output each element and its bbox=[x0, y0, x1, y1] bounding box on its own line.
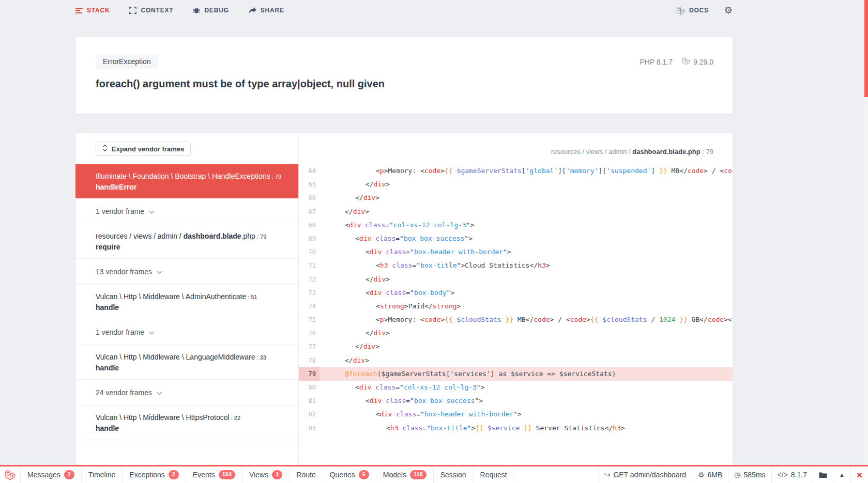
debugbar-tab-views[interactable]: Views1 bbox=[242, 466, 290, 483]
line-code: <strong>Paid</strong> bbox=[319, 300, 733, 313]
settings-gear-icon[interactable]: ⚙ bbox=[724, 6, 733, 15]
status-text: GET admin/dashboard bbox=[613, 471, 686, 479]
line-number: 64 bbox=[299, 164, 319, 178]
debugbar-tab-timeline[interactable]: Timeline bbox=[82, 466, 123, 483]
status-code: </>8.1.7 bbox=[771, 466, 813, 483]
laravel-version-icon bbox=[682, 57, 690, 67]
line-code: </div> bbox=[319, 178, 733, 191]
count-badge: 6 bbox=[359, 470, 369, 479]
line-code: </div> bbox=[319, 354, 733, 367]
tab-debug-label: DEBUG bbox=[204, 7, 229, 14]
debugbar-tab-events[interactable]: Events154 bbox=[186, 466, 242, 483]
chevron-down-icon bbox=[149, 328, 155, 336]
stack-frame[interactable]: Vulcan \ Http \ Middleware \ AdminAuthen… bbox=[75, 285, 298, 319]
line-number: 67 bbox=[299, 205, 319, 219]
tab-context[interactable]: CONTEXT bbox=[129, 7, 173, 14]
line-code: <div class="box-body"> bbox=[319, 286, 733, 300]
docs-link[interactable]: DOCS bbox=[676, 6, 709, 15]
frame-method: handleError bbox=[96, 183, 289, 191]
line-code: <h3 class="box-title">{{ $service }} Ser… bbox=[319, 422, 733, 435]
line-number: 65 bbox=[299, 178, 319, 191]
status-memory: ⚙6MB bbox=[692, 466, 728, 483]
vendor-frames-toggle[interactable]: 13 vendor frames bbox=[75, 259, 298, 285]
memory-icon: ⚙ bbox=[698, 471, 705, 479]
laravel-version: 9.29.0 bbox=[693, 58, 713, 66]
expand-vendor-frames-button[interactable]: Expand vendor frames bbox=[96, 142, 191, 156]
folder-icon[interactable] bbox=[813, 466, 833, 483]
page-scrollbar[interactable] bbox=[864, 0, 868, 483]
stack-frame[interactable]: Vulcan \ Http \ Middleware \ LanguageMid… bbox=[75, 345, 298, 380]
code-viewer[interactable]: resources / views / admin / dashboard.bl… bbox=[299, 133, 733, 483]
line-number: 81 bbox=[299, 394, 319, 408]
debugbar-tab-label: Session bbox=[440, 471, 466, 479]
debugbar-tab-session[interactable]: Session bbox=[434, 466, 474, 483]
code-line: 65</div> bbox=[299, 178, 733, 191]
code-line: 81<div class="box box-success"> bbox=[299, 394, 733, 408]
line-code: <div class="box-header with-border"> bbox=[319, 408, 733, 421]
debugbar-tab-models[interactable]: Models118 bbox=[376, 466, 434, 483]
line-code: </div> bbox=[319, 326, 733, 340]
debugbar-tab-exceptions[interactable]: Exceptions2 bbox=[123, 466, 186, 483]
tab-share[interactable]: SHARE bbox=[249, 7, 284, 14]
laravel-logo-icon bbox=[676, 6, 685, 15]
route-arrow-icon: ↪ bbox=[604, 471, 611, 479]
debugbar-tab-queries[interactable]: Queries6 bbox=[323, 466, 376, 483]
code-icon: </> bbox=[778, 471, 788, 479]
debugbar-tab-route[interactable]: Route bbox=[290, 466, 323, 483]
code-line: 67</div> bbox=[299, 205, 733, 219]
tab-context-label: CONTEXT bbox=[141, 7, 173, 14]
frame-line-number: : 51 bbox=[246, 294, 257, 300]
status-text: 6MB bbox=[708, 471, 723, 479]
line-number: 83 bbox=[299, 422, 319, 435]
scrollbar-thumb[interactable] bbox=[864, 0, 868, 97]
frame-method: handle bbox=[96, 424, 289, 432]
vendor-frames-toggle[interactable]: 1 vendor frame bbox=[75, 198, 298, 224]
context-brackets-icon bbox=[129, 7, 136, 14]
chevron-down-icon bbox=[157, 388, 162, 397]
code-line: 69<div class="box box-success"> bbox=[299, 232, 733, 245]
code-line: 83<h3 class="box-title">{{ $service }} S… bbox=[299, 422, 733, 435]
code-line: 72</div> bbox=[299, 273, 733, 286]
line-code: <div class="col-xs-12 col-lg-3"> bbox=[319, 381, 733, 394]
debugbar-tab-request[interactable]: Request bbox=[474, 466, 514, 483]
line-number: 80 bbox=[299, 381, 319, 394]
line-code: </div> bbox=[319, 340, 733, 353]
vendor-frames-toggle[interactable]: 1 vendor frame bbox=[75, 319, 298, 345]
stack-frame[interactable]: Vulcan \ Http \ Middleware \ HttpsProtoc… bbox=[75, 406, 298, 440]
debugbar-laravel-icon[interactable] bbox=[0, 466, 21, 483]
main-content: ErrorException PHP 8.1.7 9.29.0 foreach(… bbox=[75, 37, 733, 483]
code-line: 70<div class="box-header with-border"> bbox=[299, 245, 733, 259]
line-number: 77 bbox=[299, 340, 319, 353]
vendor-frames-label: 1 vendor frame bbox=[96, 207, 144, 215]
debugbar-tab-messages[interactable]: Messages2 bbox=[21, 466, 82, 483]
close-icon[interactable]: × bbox=[850, 466, 868, 483]
code-line: 71<h3 class="box-title">Cloud Statistics… bbox=[299, 259, 733, 272]
stack-frame-active[interactable]: Illuminate \ Foundation \ Bootstrap \ Ha… bbox=[75, 164, 298, 198]
debugbar-tab-label: Models bbox=[383, 471, 406, 479]
stack-frames-sidebar: Expand vendor frames Illuminate \ Founda… bbox=[75, 133, 299, 483]
status-clock: ◷585ms bbox=[728, 466, 771, 483]
tab-debug[interactable]: DEBUG bbox=[193, 7, 229, 14]
code-line: 64<p>Memory: <code>{{ $gameServerStats['… bbox=[299, 164, 733, 178]
debugbar-tab-label: Events bbox=[193, 471, 215, 479]
vendor-frames-toggle[interactable]: 24 vendor frames bbox=[75, 380, 298, 406]
top-navigation: STACK CONTEXT DEBUG bbox=[0, 0, 868, 21]
status-route-arrow: ↪GET admin/dashboard bbox=[598, 466, 692, 483]
tab-share-label: SHARE bbox=[261, 7, 284, 14]
frame-path: Vulcan \ Http \ Middleware \ AdminAuthen… bbox=[96, 291, 289, 302]
line-number: 76 bbox=[299, 326, 319, 340]
tab-stack[interactable]: STACK bbox=[75, 7, 110, 14]
count-badge: 118 bbox=[410, 470, 427, 479]
chevron-down-icon bbox=[157, 268, 162, 276]
stack-frame[interactable]: resources / views / admin / dashboard.bl… bbox=[75, 224, 298, 259]
chevron-down-icon bbox=[149, 207, 155, 215]
expand-collapse-icon bbox=[102, 145, 108, 153]
status-text: 585ms bbox=[744, 471, 766, 479]
frame-method: handle bbox=[96, 303, 289, 311]
clock-icon: ◷ bbox=[734, 471, 740, 479]
line-code: <p>Memory: <code>{{ $cloudStats }} MB</c… bbox=[319, 313, 733, 326]
debugbar-tab-label: Queries bbox=[330, 471, 355, 479]
debugbar-tab-label: Timeline bbox=[88, 471, 115, 479]
frame-line-number: : 79 bbox=[255, 233, 266, 240]
caret-up-icon[interactable]: ▲ bbox=[833, 466, 850, 483]
